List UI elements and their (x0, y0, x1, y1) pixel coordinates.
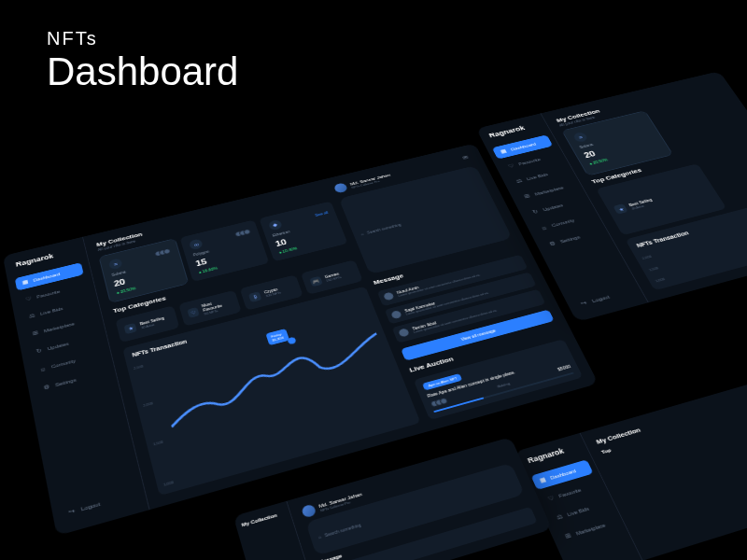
search-placeholder: Search something (366, 222, 402, 234)
nav-label: Settings (55, 377, 77, 387)
chart-tooltip: Friday$1,358 (265, 329, 289, 345)
chart-line (153, 303, 399, 450)
nav-label: Live Bids (40, 306, 63, 316)
avatar (383, 292, 394, 301)
chart-ytick: 2,000 (143, 401, 153, 408)
logout-label: Logout (591, 294, 611, 303)
bids-icon: ⚖ (555, 512, 565, 521)
nav-label: Live Bids (526, 172, 549, 181)
nav-label: Updates (48, 342, 70, 352)
avatar (399, 329, 411, 338)
logout-label: Logout (80, 501, 100, 511)
gear-icon: ⚙ (42, 384, 51, 392)
bids-icon: ⚖ (28, 313, 36, 320)
gear-icon: ⚙ (547, 240, 557, 247)
logout-icon: ↪ (579, 300, 589, 308)
nav-label: Favourite (518, 157, 542, 166)
chart-ytick: 1,000 (655, 277, 666, 284)
user-avatar (333, 182, 348, 193)
grid-icon: ▦ (21, 279, 29, 287)
games-icon: 🎮 (309, 275, 323, 287)
nav-label: Marketplace (44, 321, 76, 333)
heart-icon: ♡ (506, 162, 515, 169)
auction-price: $5000 (557, 364, 571, 372)
grid-icon: ▦ (499, 148, 508, 155)
nav-label: Dashboard (33, 272, 61, 282)
chart-ytick: 2,500 (134, 364, 144, 371)
nav-label: Marketplace (534, 186, 565, 197)
search-placeholder: Search something (324, 522, 361, 538)
heart-icon: ♡ (187, 307, 200, 318)
svg-point-0 (287, 337, 296, 345)
nav-label: Settings (559, 234, 581, 244)
overlay-subtitle: NFTs (47, 28, 238, 49)
user-avatar (301, 504, 317, 519)
nav-label: Marketplace (575, 523, 606, 537)
nav-label: Favourite (36, 289, 61, 300)
avatar (390, 310, 402, 319)
bids-icon: ⚖ (514, 177, 524, 184)
polygon-icon: ∞ (189, 238, 204, 250)
avatar (163, 248, 172, 256)
market-icon: ⊞ (563, 532, 573, 540)
nav-label: Comunity (51, 358, 77, 370)
nav-label: Favourite (557, 487, 582, 498)
logout-icon: ↪ (67, 507, 77, 516)
solana-icon: ≡ (108, 258, 123, 270)
market-icon: ⊞ (31, 329, 39, 337)
chart-ytick: 1,000 (162, 480, 174, 487)
logout-button[interactable]: ↪Logout (571, 283, 639, 313)
logout-button[interactable]: ↪Logout (60, 486, 138, 523)
solana-icon: ≡ (572, 132, 589, 143)
nav-label: Updates (543, 203, 564, 212)
heart-icon: ♡ (24, 295, 33, 302)
chart-ytick: 2,000 (641, 255, 653, 260)
updates-icon: ↻ (35, 347, 43, 355)
see-all-link[interactable]: See all (315, 210, 329, 217)
chart-ytick: 1,500 (152, 440, 163, 446)
bidding-label: Bidding (497, 381, 511, 388)
grid-icon: ▦ (538, 476, 548, 484)
etherium-icon: ◆ (268, 219, 283, 231)
market-icon: ⊞ (522, 193, 532, 201)
search-icon: ⌕ (317, 534, 322, 539)
star-icon: ★ (123, 323, 136, 334)
brand-logo: Ragnarok (523, 442, 582, 466)
my-collection-title: My Collection (241, 511, 285, 527)
crypto-icon: ₿ (248, 291, 262, 302)
top-label: Top (600, 402, 747, 455)
nav-label: Dashboard (549, 469, 576, 481)
updates-icon: ↻ (530, 208, 541, 216)
search-icon: ⌕ (360, 231, 364, 236)
nav-label: Dashboard (510, 142, 537, 151)
star-icon: ★ (613, 203, 627, 215)
nav-label: Comunity (551, 217, 575, 228)
overlay-title: Dashboard (47, 49, 238, 94)
chart-ytick: 1,500 (648, 266, 659, 272)
nav-label: Live Bids (567, 506, 590, 517)
community-icon: ☺ (38, 365, 48, 373)
dashboard-panel-tertiary: Ragnarok ▦Dashboard ♡Favourite ⚖Live Bid… (514, 381, 747, 560)
heart-icon: ♡ (546, 495, 557, 503)
notification-icon[interactable]: ✉ (461, 154, 472, 161)
community-icon: ☺ (539, 224, 549, 231)
